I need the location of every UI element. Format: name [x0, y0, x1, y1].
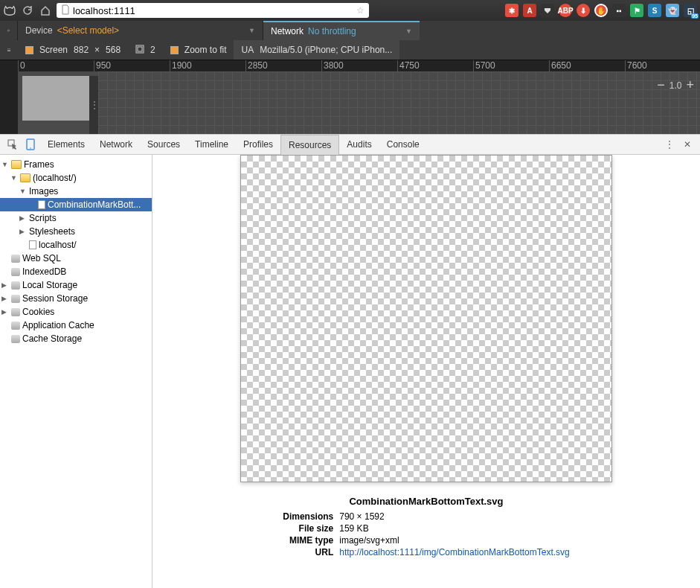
- tree-label: Images: [29, 186, 58, 196]
- tab-sources[interactable]: Sources: [140, 135, 187, 155]
- ext-icon[interactable]: A: [523, 4, 536, 17]
- address-bar[interactable]: ☆: [57, 3, 369, 18]
- tree-label: Session Storage: [22, 293, 88, 304]
- ext-icon[interactable]: ⬇: [577, 4, 590, 17]
- ext-abp-icon[interactable]: ABP: [559, 4, 572, 17]
- ext-icon[interactable]: ✋: [594, 4, 608, 17]
- resize-handle[interactable]: ⋮: [89, 76, 98, 134]
- meta-label: File size: [283, 523, 333, 534]
- ruler-tick: 3800: [321, 60, 344, 71]
- db-icon: [11, 322, 20, 330]
- star-icon[interactable]: ☆: [356, 5, 365, 16]
- tree-item[interactable]: ▼Images: [0, 185, 152, 198]
- ruler-tick: 2850: [245, 60, 268, 71]
- db-icon: [11, 268, 20, 276]
- tree-item[interactable]: ▼Frames: [0, 158, 152, 171]
- meta-value: image/svg+xml: [339, 535, 569, 546]
- tree-item[interactable]: ▶Local Storage: [0, 278, 152, 292]
- zoom-fit[interactable]: Zoom to fit: [163, 40, 234, 60]
- tree-item[interactable]: Cache Storage: [0, 332, 152, 345]
- device-mode-icon[interactable]: [25, 138, 36, 150]
- meta-value: 159 KB: [339, 523, 569, 534]
- tab-profiles[interactable]: Profiles: [236, 135, 280, 155]
- zoom-out-icon[interactable]: −: [657, 77, 665, 93]
- tree-arrow-icon: ▶: [1, 295, 9, 302]
- tree-item[interactable]: localhost/: [0, 238, 152, 252]
- screen-width[interactable]: 882: [74, 45, 89, 55]
- ext-pocket-icon[interactable]: [541, 4, 554, 17]
- inspect-icon[interactable]: [7, 138, 19, 150]
- tree-arrow-icon: ▶: [19, 214, 27, 222]
- tree-item[interactable]: IndexedDB: [0, 265, 152, 278]
- tree-item[interactable]: ▶Scripts: [0, 211, 152, 225]
- ext-icon[interactable]: ◱95: [684, 4, 697, 17]
- meta-label: Dimensions: [283, 511, 333, 522]
- checkbox-icon[interactable]: [25, 46, 33, 54]
- zoom-controls: − 1.0 +: [657, 77, 694, 93]
- tree-arrow-icon: ▼: [10, 174, 18, 182]
- resource-url-link[interactable]: http://localhost:1111/img/CombinationMar…: [339, 547, 569, 557]
- reload-icon[interactable]: [21, 4, 34, 17]
- tab-audits[interactable]: Audits: [339, 135, 379, 155]
- dpr-icon: [135, 45, 144, 56]
- ruler-tick: 5700: [473, 60, 495, 71]
- ua-value[interactable]: Mozilla/5.0 (iPhone; CPU iPhon...: [260, 45, 392, 55]
- tree-item[interactable]: Web SQL: [0, 252, 152, 265]
- tree-item[interactable]: CombinationMarkBott...: [0, 198, 152, 211]
- tree-arrow-icon: ▶: [1, 281, 9, 289]
- zoom-in-icon[interactable]: +: [686, 77, 694, 93]
- svg-rect-5: [138, 47, 142, 51]
- ext-icon[interactable]: ▪▪: [612, 4, 626, 17]
- svg-rect-3: [7, 51, 10, 51]
- vertical-ruler: [0, 71, 18, 134]
- tree-item[interactable]: ▶Cookies: [0, 305, 152, 319]
- tab-elements[interactable]: Elements: [40, 135, 92, 155]
- meta-value: 790 × 1592: [339, 511, 569, 522]
- tree-item[interactable]: ▼(localhost/): [0, 171, 152, 185]
- ext-icon[interactable]: ⚑: [630, 4, 643, 17]
- meta-label: MIME type: [283, 535, 333, 546]
- horizontal-ruler: 09501900285038004750570066507600: [0, 60, 700, 71]
- tree-item[interactable]: ▶Stylesheets: [0, 225, 152, 238]
- dock-icon[interactable]: [0, 40, 18, 60]
- more-icon[interactable]: ⋮: [664, 138, 675, 150]
- ext-icon[interactable]: S: [648, 4, 661, 17]
- tree-arrow-icon: ▶: [19, 228, 27, 235]
- ext-icon[interactable]: ✱: [505, 4, 518, 17]
- db-icon: [11, 308, 20, 316]
- tree-item[interactable]: Application Cache: [0, 319, 152, 332]
- tree-label: (localhost/): [33, 173, 77, 183]
- tab-resources[interactable]: Resources: [280, 135, 339, 155]
- network-selector[interactable]: Network No throttling ▼: [263, 21, 420, 40]
- throttling-value: No throttling: [308, 26, 356, 36]
- tree-label: Scripts: [29, 213, 57, 223]
- tree-label: Cache Storage: [22, 333, 82, 344]
- screen-label: Screen: [39, 45, 68, 55]
- close-icon[interactable]: ✕: [681, 138, 693, 150]
- tab-network[interactable]: Network: [92, 135, 140, 155]
- device-canvas: ⋮ − 1.0 +: [0, 71, 700, 134]
- tree-label: Frames: [24, 159, 54, 170]
- tab-console[interactable]: Console: [379, 135, 427, 155]
- tab-timeline[interactable]: Timeline: [187, 135, 236, 155]
- url-input[interactable]: [73, 5, 353, 16]
- device-label: Device: [25, 25, 53, 36]
- page-icon: [61, 4, 70, 17]
- screen-height[interactable]: 568: [106, 45, 121, 55]
- checkbox-icon[interactable]: [170, 46, 179, 54]
- tree-item[interactable]: ▶Session Storage: [0, 292, 152, 305]
- cancel-icon[interactable]: [0, 21, 18, 40]
- home-icon[interactable]: [39, 4, 52, 17]
- ext-ghost-icon[interactable]: 👻: [666, 4, 679, 17]
- image-checker-preview: [240, 155, 612, 482]
- canvas-grid: [98, 71, 700, 134]
- tree-arrow-icon: ▶: [1, 308, 9, 316]
- ruler-tick: 4750: [397, 60, 420, 71]
- resources-sidebar: ▼Frames▼(localhost/)▼ImagesCombinationMa…: [0, 155, 152, 588]
- viewport-thumbnail[interactable]: [22, 76, 89, 121]
- dpr-value[interactable]: 2: [150, 45, 155, 55]
- tree-label: localhost/: [39, 240, 77, 250]
- device-selector[interactable]: Device <Select model> ▼: [18, 21, 263, 40]
- chevron-down-icon: ▼: [248, 27, 255, 34]
- svg-line-1: [8, 30, 10, 31]
